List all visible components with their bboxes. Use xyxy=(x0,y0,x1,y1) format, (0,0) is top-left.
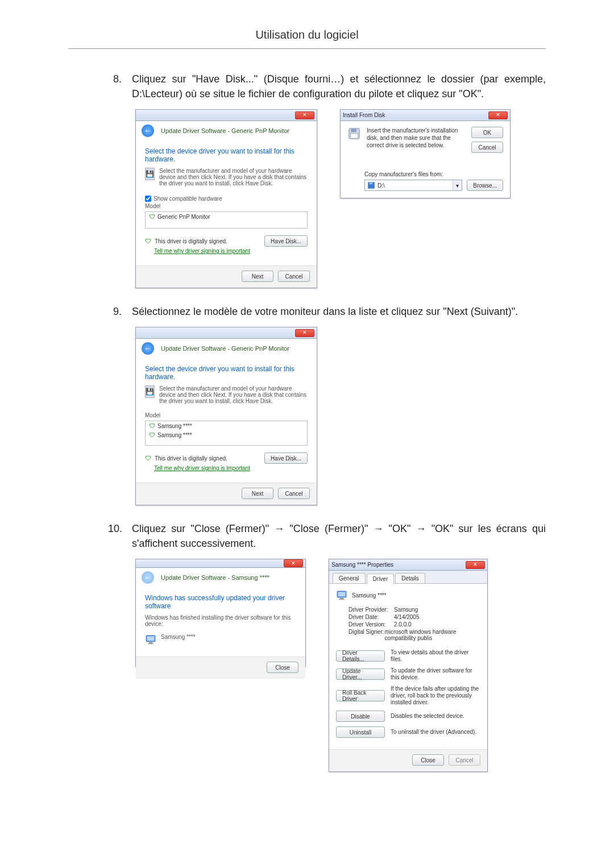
window-title: Samsung **** Properties xyxy=(331,562,393,568)
disable-button[interactable]: Disable xyxy=(336,711,385,722)
shield-icon: 🛡 xyxy=(145,238,151,244)
driver-details-button[interactable]: Driver Details... xyxy=(336,650,385,662)
shield-icon: 🛡 xyxy=(149,431,155,438)
rollback-driver-desc: If the device fails after updating the d… xyxy=(391,686,480,706)
cancel-button[interactable]: Cancel xyxy=(278,488,310,499)
copy-from-label: Copy manufacturer's files from: xyxy=(364,171,503,177)
svg-rect-8 xyxy=(148,643,154,645)
close-icon[interactable]: ✕ xyxy=(295,329,314,337)
close-icon[interactable]: ✕ xyxy=(295,111,314,119)
list-item[interactable]: Generic PnP Monitor xyxy=(157,214,210,220)
step-8-number: 8. xyxy=(108,72,132,86)
window-update-driver-2: ✕ ← Update Driver Software - Generic PnP… xyxy=(135,327,317,505)
copy-from-combobox[interactable]: D:\ ▾ xyxy=(364,180,462,191)
close-icon[interactable]: ✕ xyxy=(488,111,508,119)
drive-icon xyxy=(367,181,375,189)
monitor-icon xyxy=(145,634,156,645)
shield-icon: 🛡 xyxy=(149,213,155,220)
dialog-description: Windows has finished installing the driv… xyxy=(145,614,296,627)
ifd-description: Insert the manufacturer's installation d… xyxy=(367,127,466,153)
tab-driver[interactable]: Driver xyxy=(367,574,395,584)
close-button[interactable]: Close xyxy=(267,662,298,673)
page-title: Utilisation du logiciel xyxy=(68,28,546,49)
svg-rect-1 xyxy=(351,129,356,132)
ok-button[interactable]: OK xyxy=(471,127,503,138)
disk-icon: 💾 xyxy=(145,385,155,398)
close-icon[interactable]: ✕ xyxy=(466,561,485,569)
dialog-heading: Select the device driver you want to ins… xyxy=(145,147,308,163)
signing-link[interactable]: Tell me why driver signing is important xyxy=(154,248,308,254)
model-listbox[interactable]: 🛡Generic PnP Monitor xyxy=(145,211,308,229)
version-value: 2.0.0.0 xyxy=(394,621,412,628)
dialog-heading: Select the device driver you want to ins… xyxy=(145,365,308,381)
device-name: Samsung **** xyxy=(161,634,196,640)
svg-rect-7 xyxy=(149,642,153,643)
date-value: 4/14/2005 xyxy=(394,614,420,620)
list-item[interactable]: Samsung **** xyxy=(157,423,192,429)
uninstall-button[interactable]: Uninstall xyxy=(336,726,385,738)
monitor-icon xyxy=(336,589,347,601)
window-install-from-disk: Install From Disk ✕ Insert the manufactu… xyxy=(340,109,511,198)
provider-label: Driver Provider: xyxy=(349,607,394,613)
svg-rect-12 xyxy=(339,599,345,600)
show-compatible-checkbox[interactable] xyxy=(145,196,151,202)
window-title: Install From Disk xyxy=(343,112,385,118)
dialog-heading: Windows has successfully updated your dr… xyxy=(145,594,296,610)
date-label: Driver Date: xyxy=(349,614,394,620)
close-icon[interactable]: ✕ xyxy=(284,559,303,567)
rollback-driver-button[interactable]: Roll Back Driver xyxy=(336,690,385,701)
breadcrumb: Update Driver Software - Samsung **** xyxy=(161,574,269,581)
step-10-text: Cliquez sur "Close (Fermer)" → "Close (F… xyxy=(132,521,546,551)
svg-rect-2 xyxy=(351,134,358,138)
signer-label: Digital Signer: xyxy=(349,629,384,641)
window-update-success: ✕ ← Update Driver Software - Samsung ***… xyxy=(135,559,306,667)
shield-icon: 🛡 xyxy=(149,422,155,429)
back-icon[interactable]: ← xyxy=(142,342,154,355)
floppy-icon xyxy=(347,127,361,140)
browse-button[interactable]: Browse... xyxy=(467,180,503,191)
show-compatible-label: Show compatible hardware xyxy=(154,196,222,202)
tab-general[interactable]: General xyxy=(333,573,366,583)
disk-icon: 💾 xyxy=(145,168,155,180)
signing-link[interactable]: Tell me why driver signing is important xyxy=(154,465,308,471)
signed-label: This driver is digitally signed. xyxy=(155,455,227,462)
have-disk-button[interactable]: Have Disk... xyxy=(264,235,308,247)
step-10-number: 10. xyxy=(108,521,132,536)
close-button[interactable]: Close xyxy=(412,754,444,766)
dialog-description: Select the manufacturer and model of you… xyxy=(159,385,308,404)
svg-rect-4 xyxy=(370,182,373,185)
model-listbox[interactable]: 🛡Samsung **** 🛡Samsung **** xyxy=(145,421,308,446)
list-item[interactable]: Samsung **** xyxy=(157,432,192,438)
signer-value: microsoft windows hardware compatibility… xyxy=(384,629,480,641)
uninstall-desc: To uninstall the driver (Advanced). xyxy=(391,729,480,736)
shield-icon: 🛡 xyxy=(145,455,151,462)
device-name: Samsung **** xyxy=(352,592,387,599)
svg-rect-10 xyxy=(338,592,345,597)
driver-details-desc: To view details about the driver files. xyxy=(391,649,480,663)
provider-value: Samsung xyxy=(394,607,418,613)
back-icon[interactable]: ← xyxy=(142,124,154,137)
cancel-button[interactable]: Cancel xyxy=(278,271,310,282)
breadcrumb: Update Driver Software - Generic PnP Mon… xyxy=(161,345,289,352)
step-9-text: Sélectionnez le modèle de votre moniteur… xyxy=(132,304,546,319)
tab-details[interactable]: Details xyxy=(395,573,425,583)
next-button[interactable]: Next xyxy=(242,271,273,282)
update-driver-button[interactable]: Update Driver... xyxy=(336,668,385,680)
back-icon: ← xyxy=(142,571,154,584)
selected-path: D:\ xyxy=(377,182,385,189)
window-update-driver-1: ✕ ← Update Driver Software - Generic PnP… xyxy=(135,109,317,288)
breadcrumb: Update Driver Software - Generic PnP Mon… xyxy=(161,127,289,134)
chevron-down-icon[interactable]: ▾ xyxy=(453,180,462,190)
have-disk-button[interactable]: Have Disk... xyxy=(264,452,308,464)
signed-label: This driver is digitally signed. xyxy=(155,238,227,244)
dialog-description: Select the manufacturer and model of you… xyxy=(159,168,308,186)
version-label: Driver Version: xyxy=(349,621,394,628)
cancel-button[interactable]: Cancel xyxy=(471,142,503,153)
model-header: Model xyxy=(145,203,308,209)
cancel-button: Cancel xyxy=(449,754,480,766)
disable-desc: Disables the selected device. xyxy=(391,713,480,720)
svg-rect-6 xyxy=(147,637,154,641)
next-button[interactable]: Next xyxy=(242,488,273,499)
svg-rect-11 xyxy=(340,598,344,599)
update-driver-desc: To update the driver software for this d… xyxy=(391,667,480,681)
